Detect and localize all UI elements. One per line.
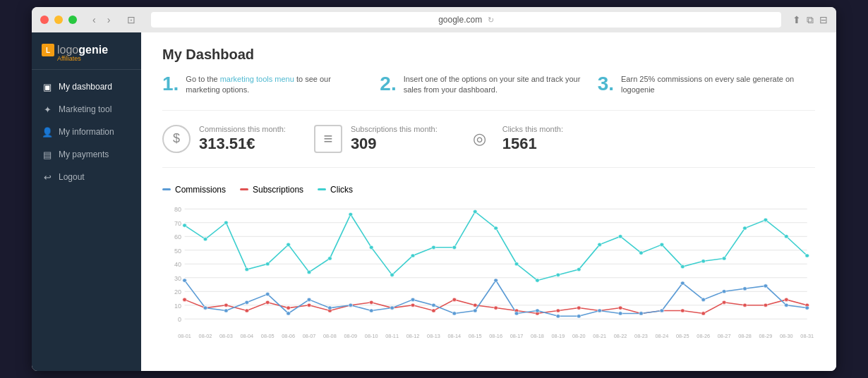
logo-area: L logogenie Affiliates xyxy=(32,32,141,70)
svg-point-138 xyxy=(743,287,747,291)
chart-section: Commissions Subscriptions Clicks 0102030… xyxy=(162,182,815,341)
commissions-icon: $ xyxy=(162,125,191,153)
svg-point-63 xyxy=(473,209,477,213)
svg-text:80: 80 xyxy=(174,206,181,213)
sidebar-item-information[interactable]: 👤 My information xyxy=(32,121,141,143)
svg-point-104 xyxy=(680,309,685,312)
step-1-text: Go to the marketing tools menu to see ou… xyxy=(186,74,366,96)
svg-point-71 xyxy=(639,251,644,255)
svg-text:20: 20 xyxy=(174,288,181,295)
svg-point-73 xyxy=(680,264,685,268)
svg-text:08-30: 08-30 xyxy=(780,334,793,339)
svg-point-94 xyxy=(473,303,477,307)
svg-point-124 xyxy=(452,312,457,315)
svg-point-105 xyxy=(701,312,706,315)
clicks-icon: ◎ xyxy=(466,125,494,153)
step-3-number: 3. xyxy=(598,74,614,94)
line-chart: 0102030405060708008-0108-0208-0308-0408-… xyxy=(162,203,815,341)
svg-point-139 xyxy=(764,284,768,288)
svg-point-126 xyxy=(494,279,498,282)
svg-point-134 xyxy=(660,309,664,312)
svg-text:70: 70 xyxy=(174,220,181,227)
svg-point-109 xyxy=(784,298,788,301)
svg-point-101 xyxy=(618,306,622,310)
reload-icon: ↻ xyxy=(488,16,494,25)
close-button[interactable] xyxy=(40,16,49,24)
payments-icon: ▤ xyxy=(42,149,53,160)
svg-point-49 xyxy=(183,224,187,227)
sidebar-item-payments[interactable]: ▤ My payments xyxy=(32,143,141,166)
svg-point-76 xyxy=(743,226,747,230)
svg-point-129 xyxy=(556,315,560,318)
sidebar-item-marketing[interactable]: ✦ Marketing tool xyxy=(32,98,141,121)
svg-text:08-21: 08-21 xyxy=(593,334,606,339)
svg-point-82 xyxy=(224,303,229,307)
minimize-button[interactable] xyxy=(54,16,63,24)
marketing-tools-link[interactable]: marketing tools menu xyxy=(220,75,294,83)
duplicate-button[interactable]: ⧉ xyxy=(807,14,814,26)
legend-subscriptions: Subscriptions xyxy=(240,185,303,195)
svg-text:30: 30 xyxy=(174,275,181,282)
share-icon[interactable]: ⊡ xyxy=(123,13,140,27)
svg-text:08-16: 08-16 xyxy=(489,334,502,339)
svg-point-89 xyxy=(369,300,373,304)
sidebar-label-dashboard: My dashboard xyxy=(59,82,112,92)
chart-container: 0102030405060708008-0108-0208-0308-0408-… xyxy=(162,203,815,341)
svg-text:08-11: 08-11 xyxy=(385,334,399,339)
svg-text:08-04: 08-04 xyxy=(240,334,253,339)
address-bar[interactable]: google.com ↻ xyxy=(151,12,781,28)
menu-button[interactable]: ⊟ xyxy=(819,14,828,25)
user-icon: 👤 xyxy=(42,126,53,138)
svg-point-58 xyxy=(369,245,373,249)
svg-text:50: 50 xyxy=(174,248,181,255)
svg-point-60 xyxy=(411,254,415,257)
svg-point-98 xyxy=(556,309,560,312)
svg-point-140 xyxy=(784,303,788,307)
step-3-text: Earn 25% commissions on every sale gener… xyxy=(621,74,801,96)
svg-point-132 xyxy=(618,312,622,315)
sidebar-item-logout[interactable]: ↩ Logout xyxy=(32,166,141,188)
sidebar-item-dashboard[interactable]: ▣ My dashboard xyxy=(32,75,141,98)
browser-body: L logogenie Affiliates ▣ My dashboard ✦ … xyxy=(32,32,836,371)
svg-text:08-02: 08-02 xyxy=(199,334,212,339)
svg-text:08-14: 08-14 xyxy=(447,334,461,339)
svg-point-78 xyxy=(784,234,788,238)
svg-point-135 xyxy=(680,281,685,285)
chart-legend: Commissions Subscriptions Clicks xyxy=(162,185,815,195)
svg-text:08-26: 08-26 xyxy=(697,334,710,339)
commissions-value: 313.51€ xyxy=(199,135,286,153)
svg-point-118 xyxy=(328,306,332,310)
svg-text:08-05: 08-05 xyxy=(261,334,275,339)
back-button[interactable]: ‹ xyxy=(88,13,100,27)
svg-point-51 xyxy=(224,221,229,224)
sidebar-label-logout: Logout xyxy=(59,172,85,182)
steps-row: 1. Go to the marketing tools menu to see… xyxy=(162,74,815,111)
subscriptions-legend-dot xyxy=(240,188,248,190)
svg-point-50 xyxy=(203,237,207,240)
svg-point-111 xyxy=(183,279,187,282)
svg-point-108 xyxy=(764,303,768,307)
svg-text:08-22: 08-22 xyxy=(614,334,627,339)
sidebar: L logogenie Affiliates ▣ My dashboard ✦ … xyxy=(32,32,141,371)
browser-chrome: ‹ › ⊡ google.com ↻ ⬆ ⧉ ⊟ xyxy=(32,7,836,32)
browser-nav: ‹ › xyxy=(88,13,114,27)
svg-point-131 xyxy=(598,309,602,312)
share-button[interactable]: ⬆ xyxy=(792,14,801,25)
subscriptions-label: Subscriptions this month: xyxy=(351,125,438,133)
svg-point-112 xyxy=(203,306,207,310)
svg-text:08-19: 08-19 xyxy=(552,334,565,339)
svg-point-70 xyxy=(618,234,622,238)
step-1: 1. Go to the marketing tools menu to see… xyxy=(162,74,380,96)
svg-text:08-10: 08-10 xyxy=(365,334,378,339)
maximize-button[interactable] xyxy=(68,16,77,24)
svg-text:08-24: 08-24 xyxy=(656,334,669,339)
svg-text:08-27: 08-27 xyxy=(718,334,731,339)
sidebar-label-information: My information xyxy=(59,127,114,137)
commissions-label: Commissions this month: xyxy=(199,125,286,133)
svg-point-133 xyxy=(639,312,644,315)
svg-point-123 xyxy=(432,303,436,307)
forward-button[interactable]: › xyxy=(103,13,115,27)
svg-point-79 xyxy=(805,254,809,257)
svg-text:40: 40 xyxy=(174,261,181,268)
svg-text:08-31: 08-31 xyxy=(800,334,814,339)
